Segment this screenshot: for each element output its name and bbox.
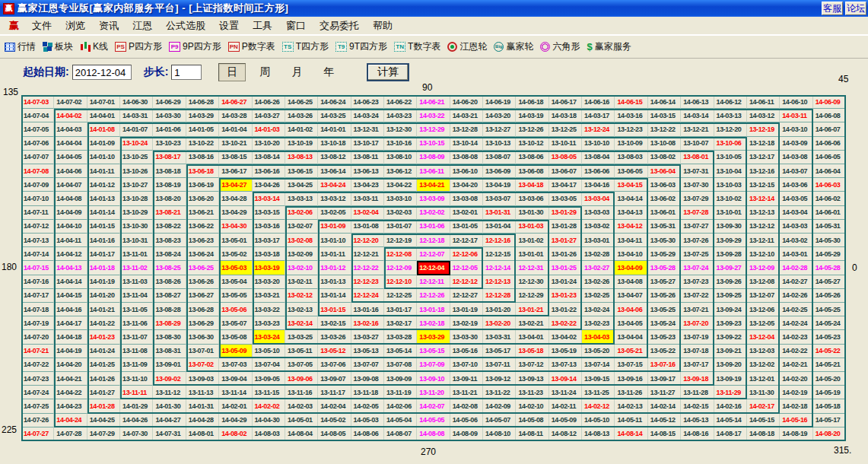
start-date-input[interactable] (72, 65, 132, 80)
grid-cell[interactable]: 13-05-12 (318, 345, 351, 358)
grid-cell[interactable]: 14-07-26 (21, 414, 54, 427)
grid-cell[interactable]: 13-03-09 (417, 192, 450, 205)
grid-cell[interactable]: 14-08-05 (318, 427, 351, 441)
grid-cell[interactable]: 13-12-16 (747, 164, 780, 178)
grid-cell[interactable]: 13-06-06 (582, 164, 615, 178)
grid-cell[interactable]: 14-05-31 (813, 220, 846, 234)
grid-cell[interactable]: 14-06-02 (813, 192, 846, 205)
grid-cell[interactable]: 14-07-02 (54, 95, 87, 109)
grid-cell[interactable]: 14-02-05 (351, 399, 384, 413)
grid-cell[interactable]: 13-08-02 (648, 151, 681, 164)
grid-cell[interactable]: 14-02-15 (681, 399, 714, 413)
grid-cell[interactable]: 14-02-01 (219, 399, 252, 413)
grid-cell[interactable]: 13-10-03 (714, 178, 747, 192)
grid-cell[interactable]: 14-04-09 (54, 206, 87, 220)
grid-cell[interactable]: 13-05-17 (483, 345, 516, 358)
grid-cell[interactable]: 13-11-26 (615, 386, 647, 399)
grid-cell[interactable]: 14-08-04 (285, 427, 318, 441)
grid-cell[interactable]: 13-12-17 (747, 151, 780, 164)
grid-cell[interactable]: 14-04-06 (54, 164, 87, 178)
grid-cell[interactable]: 13-01-27 (549, 234, 582, 247)
grid-cell[interactable]: 13-08-01 (681, 151, 714, 164)
grid-cell[interactable]: 13-11-10 (120, 372, 153, 386)
grid-cell[interactable]: 13-07-31 (681, 164, 714, 178)
toolbar-item-p-number-table[interactable]: PN P数字表 (228, 40, 275, 53)
grid-cell[interactable]: 13-01-12 (318, 261, 351, 275)
grid-cell[interactable]: 13-07-27 (681, 220, 714, 234)
grid-cell[interactable]: 13-06-18 (186, 164, 219, 178)
grid-cell[interactable]: 13-08-06 (516, 151, 548, 164)
menu-item-gann[interactable]: 江恩 (126, 19, 159, 33)
grid-cell[interactable]: 14-06-14 (648, 95, 681, 109)
grid-cell[interactable]: 13-06-16 (253, 164, 285, 178)
grid-cell[interactable]: 13-12-15 (747, 178, 780, 192)
grid-cell[interactable]: 13-02-16 (351, 316, 384, 330)
grid-cell[interactable]: 14-05-15 (747, 414, 780, 427)
grid-cell[interactable]: 14-02-04 (318, 399, 351, 413)
grid-cell[interactable]: 13-07-17 (681, 358, 714, 372)
grid-cell[interactable]: 14-03-16 (615, 109, 647, 122)
grid-cell[interactable]: 13-03-21 (253, 289, 285, 303)
grid-cell[interactable]: 13-01-25 (549, 261, 582, 275)
grid-cell[interactable]: 14-07-08 (21, 164, 54, 178)
grid-cell[interactable]: 13-12-02 (747, 358, 780, 372)
grid-cell[interactable]: 14-03-15 (648, 109, 681, 122)
grid-cell[interactable]: 13-03-11 (351, 192, 384, 205)
grid-cell[interactable]: 13-07-01 (186, 345, 219, 358)
grid-cell[interactable]: 14-01-15 (87, 220, 120, 234)
grid-cell[interactable]: 13-07-21 (681, 303, 714, 316)
grid-cell[interactable]: 13-02-09 (285, 247, 318, 261)
grid-cell[interactable]: 13-08-19 (153, 178, 186, 192)
grid-cell[interactable]: 13-05-07 (219, 316, 252, 330)
grid-cell[interactable]: 13-11-14 (219, 386, 252, 399)
grid-cell[interactable]: 14-04-02 (54, 109, 87, 122)
grid-cell[interactable]: 14-05-30 (813, 234, 846, 247)
grid-cell[interactable]: 14-03-25 (318, 109, 351, 122)
grid-cell[interactable]: 13-12-25 (549, 122, 582, 136)
grid-cell[interactable]: 13-02-15 (318, 316, 351, 330)
grid-cell[interactable]: 12-12-30 (516, 275, 548, 289)
grid-cell[interactable]: 13-04-03 (582, 330, 615, 344)
toolbar-item-winner-wheel[interactable]: Big 赢家轮 (494, 40, 533, 53)
grid-cell[interactable]: 13-05-03 (219, 261, 252, 275)
grid-cell[interactable]: 13-02-01 (450, 206, 483, 220)
grid-cell[interactable]: 14-04-19 (54, 345, 87, 358)
grid-cell[interactable]: 13-03-16 (253, 220, 285, 234)
grid-cell[interactable]: 13-04-14 (615, 192, 647, 205)
grid-cell[interactable]: 14-03-30 (153, 109, 186, 122)
grid-cell[interactable]: 14-05-20 (813, 372, 846, 386)
grid-cell[interactable]: 14-06-29 (153, 95, 186, 109)
grid-cell[interactable]: 14-01-09 (87, 137, 120, 151)
grid-cell[interactable]: 13-02-26 (582, 275, 615, 289)
grid-cell[interactable]: 14-03-04 (780, 206, 812, 220)
grid-cell[interactable]: 13-10-14 (450, 137, 483, 151)
grid-cell[interactable]: 13-10-19 (285, 137, 318, 151)
grid-cell[interactable]: 14-07-18 (21, 303, 54, 316)
grid-cell[interactable]: 13-04-28 (219, 192, 252, 205)
grid-cell[interactable]: 14-06-20 (450, 95, 483, 109)
grid-cell[interactable]: 13-02-25 (582, 289, 615, 303)
grid-cell[interactable]: 13-01-14 (318, 289, 351, 303)
grid-cell[interactable]: 14-07-01 (87, 95, 120, 109)
grid-cell[interactable]: 13-10-07 (681, 137, 714, 151)
grid-cell[interactable]: 14-08-03 (253, 427, 285, 441)
grid-cell[interactable]: 13-07-13 (549, 358, 582, 372)
grid-cell[interactable]: 13-06-22 (186, 220, 219, 234)
grid-cell[interactable]: 13-10-23 (153, 137, 186, 151)
grid-cell[interactable]: 14-08-06 (351, 427, 384, 441)
grid-cell[interactable]: 13-04-08 (615, 275, 647, 289)
grid-cell[interactable]: 14-03-06 (780, 178, 812, 192)
grid-cell[interactable]: 13-04-21 (417, 178, 450, 192)
grid-cell[interactable]: 14-03-11 (780, 109, 812, 122)
grid-cell[interactable]: 13-03-30 (450, 330, 483, 344)
grid-cell[interactable]: 13-03-10 (384, 192, 417, 205)
grid-cell[interactable]: 13-09-15 (582, 372, 615, 386)
grid-cell[interactable]: 14-03-19 (516, 109, 548, 122)
grid-cell[interactable]: 14-08-07 (384, 427, 417, 441)
grid-cell[interactable]: 14-02-13 (615, 399, 647, 413)
grid-cell[interactable]: 14-06-03 (813, 178, 846, 192)
grid-cell[interactable]: 14-02-21 (780, 358, 812, 372)
grid-cell[interactable]: 13-12-29 (417, 122, 450, 136)
grid-cell[interactable]: 14-07-13 (21, 234, 54, 247)
grid-cell[interactable]: 13-08-12 (318, 151, 351, 164)
